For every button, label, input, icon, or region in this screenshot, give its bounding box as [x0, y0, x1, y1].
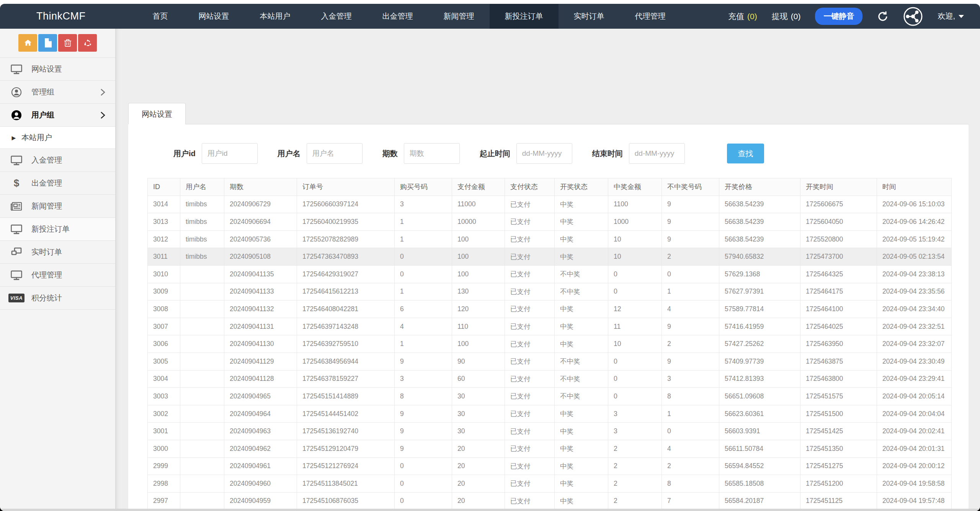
brand-logo[interactable]: ThinkCMF: [36, 10, 86, 22]
trash-button[interactable]: [58, 34, 77, 52]
sidebar-item-9[interactable]: 代理管理: [0, 264, 115, 287]
table-cell: 2024-09-04 20:01:31: [877, 440, 952, 457]
table-cell: 中奖: [555, 318, 608, 335]
table-row: 3012timibbs20240905736172552078282989110…: [148, 230, 952, 248]
table-cell: 2: [608, 440, 662, 457]
sidebar-item-10[interactable]: VISA积分统计: [0, 287, 115, 310]
table-cell: 20: [452, 492, 505, 510]
nav-item-8[interactable]: 代理管理: [620, 4, 681, 29]
search-button[interactable]: 查找: [727, 144, 764, 163]
sidebar-item-1[interactable]: 管理组: [0, 81, 115, 104]
table-cell: 已支付: [505, 283, 555, 300]
sidebar-item-label: 新闻管理: [31, 201, 105, 211]
table-cell: 0: [608, 388, 662, 405]
table-cell: 中奖: [555, 492, 608, 510]
user-menu[interactable]: 欢迎,: [938, 11, 964, 21]
recharge-stat[interactable]: 充值 (0): [728, 11, 757, 22]
monitor-icon: [10, 224, 23, 234]
recharge-label: 充值: [728, 11, 744, 22]
table-cell: 110: [452, 318, 505, 335]
tab-bar: 网站设置: [128, 103, 969, 124]
table-cell: 1725464325: [800, 265, 877, 283]
sidebar-item-6[interactable]: 新闻管理: [0, 195, 115, 218]
table-cell: 30: [452, 388, 505, 405]
table-cell: 120: [452, 300, 505, 318]
home-button[interactable]: [18, 34, 37, 52]
sidebar-item-7[interactable]: 新投注订单: [0, 218, 115, 241]
sidebar-item-3[interactable]: ▶本站用户: [0, 127, 115, 149]
sidebar-item-label: 积分统计: [31, 293, 105, 303]
table-cell: 1: [395, 230, 452, 248]
start-time-input[interactable]: [516, 143, 572, 164]
nav-item-5[interactable]: 新闻管理: [428, 4, 490, 29]
table-cell: 56651.09608: [719, 388, 800, 405]
table-cell: 1725604050: [800, 213, 877, 231]
table-cell: 8: [662, 475, 719, 493]
sidebar-item-0[interactable]: 网站设置: [0, 58, 115, 81]
table-cell: 8: [662, 388, 719, 405]
avatar[interactable]: [903, 7, 923, 26]
table-cell: 中奖: [555, 230, 608, 248]
withdraw-stat[interactable]: 提现 (0): [772, 11, 801, 22]
sidebar-item-4[interactable]: 入金管理: [0, 149, 115, 172]
table-cell: timibbs: [180, 213, 224, 231]
nav-item-4[interactable]: 出金管理: [367, 4, 428, 29]
table-cell: [180, 370, 224, 388]
userid-input[interactable]: [202, 143, 258, 164]
table-cell: 3002: [148, 405, 180, 423]
table-cell: 3006: [148, 335, 180, 353]
sidebar-item-label: 代理管理: [31, 270, 105, 280]
monitor-icon: [10, 270, 23, 280]
nav-item-3[interactable]: 入金管理: [306, 4, 367, 29]
table-cell: 57412.81393: [719, 370, 800, 388]
table-cell: 7: [662, 492, 719, 510]
table-cell: 130: [452, 283, 505, 300]
table-row: 30102024090411351725464293190270100已支付不中…: [148, 265, 952, 283]
nav-item-1[interactable]: 网站设置: [183, 4, 245, 29]
table-cell: 2997: [148, 492, 180, 510]
end-time-input[interactable]: [629, 143, 685, 164]
refresh-icon[interactable]: [877, 11, 889, 22]
content-panel: 用户id用户名期数起止时间结束时间查找 ID用户名期数订单号购买号码支付金额支付…: [128, 124, 969, 511]
table-cell: 1725520800: [800, 230, 877, 248]
table-cell: 已支付: [505, 457, 555, 475]
table-cell: 已支付: [505, 440, 555, 457]
table-row: 3011timibbs20240905108172547363470893010…: [148, 248, 952, 266]
recycle-button[interactable]: [78, 34, 97, 52]
column-header: 开奖状态: [555, 178, 608, 196]
sidebar-item-8[interactable]: 实时订单: [0, 241, 115, 264]
table-cell: 9: [395, 440, 452, 457]
table-cell: 60: [452, 370, 505, 388]
nav-item-7[interactable]: 实时订单: [559, 4, 620, 29]
table-cell: 20: [452, 475, 505, 493]
nav-item-2[interactable]: 本站用户: [245, 4, 306, 29]
username-input[interactable]: [307, 143, 363, 164]
tab-site-settings[interactable]: 网站设置: [128, 103, 186, 124]
table-row: 299720240904959172545106876035020已支付中奖27…: [148, 492, 952, 510]
chevron-right-icon: [100, 111, 105, 119]
table-cell: 1725473700: [800, 248, 877, 266]
sidebar-menu: 网站设置管理组用户组▶本站用户入金管理$出金管理新闻管理新投注订单实时订单代理管…: [0, 58, 115, 310]
sidebar-item-label: 入金管理: [31, 155, 105, 165]
table-cell: 20240904960: [224, 475, 297, 493]
sidebar-item-5[interactable]: $出金管理: [0, 172, 115, 195]
visa-icon: VISA: [10, 294, 23, 302]
sidebar-toolbar: [0, 29, 115, 58]
file-icon: [44, 38, 52, 47]
welcome-label: 欢迎,: [938, 11, 955, 21]
table-row: 300020240904962172545129120479920已支付中奖24…: [148, 440, 952, 457]
period-input[interactable]: [404, 143, 460, 164]
table-cell: 1725451500: [800, 405, 877, 423]
sidebar-item-label: 出金管理: [31, 178, 105, 188]
table-cell: [180, 353, 224, 370]
app-window: ThinkCMF 首页网站设置本站用户入金管理出金管理新闻管理新投注订单实时订单…: [0, 4, 980, 511]
sidebar-item-2[interactable]: 用户组: [0, 104, 115, 127]
table-row: 30082024090411321725464080422816120已支付中奖…: [148, 300, 952, 318]
mute-button[interactable]: 一键静音: [815, 8, 862, 25]
nav-item-6[interactable]: 新投注订单: [490, 4, 559, 29]
nav-item-0[interactable]: 首页: [137, 4, 183, 29]
table-cell: 2024-09-04 20:00:12: [877, 457, 952, 475]
table-row: 299920240904961172545121276924020已支付中奖22…: [148, 457, 952, 475]
table-cell: 1725463800: [800, 370, 877, 388]
file-button[interactable]: [38, 34, 57, 52]
